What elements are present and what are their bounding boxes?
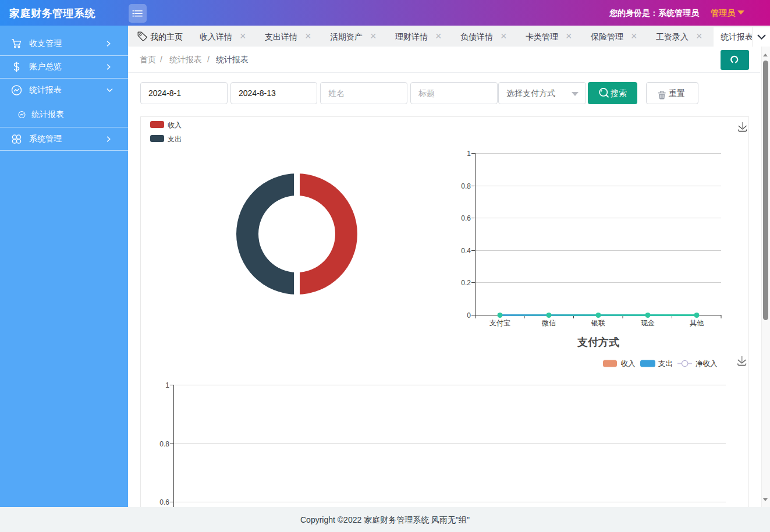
- svg-text:0: 0: [467, 311, 471, 320]
- svg-text:微信: 微信: [541, 319, 556, 327]
- svg-text:0.6: 0.6: [159, 498, 169, 506]
- svg-text:支付宝: 支付宝: [489, 319, 510, 327]
- svg-text:支出: 支出: [168, 135, 182, 143]
- svg-text:0.8: 0.8: [461, 182, 471, 190]
- svg-text:支付方式: 支付方式: [577, 336, 619, 348]
- svg-text:0.6: 0.6: [461, 214, 471, 222]
- svg-text:银联: 银联: [591, 319, 605, 327]
- svg-text:收入: 收入: [621, 360, 636, 368]
- svg-text:0.8: 0.8: [159, 440, 169, 448]
- svg-text:净收入: 净收入: [696, 360, 718, 368]
- svg-text:0.4: 0.4: [461, 247, 471, 255]
- svg-text:收入: 收入: [168, 121, 182, 129]
- svg-text:1: 1: [165, 381, 169, 389]
- svg-text:0.2: 0.2: [461, 279, 471, 287]
- svg-text:现金: 现金: [641, 319, 655, 327]
- svg-text:其他: 其他: [690, 319, 704, 327]
- svg-text:1: 1: [467, 150, 471, 158]
- svg-text:支出: 支出: [658, 360, 673, 368]
